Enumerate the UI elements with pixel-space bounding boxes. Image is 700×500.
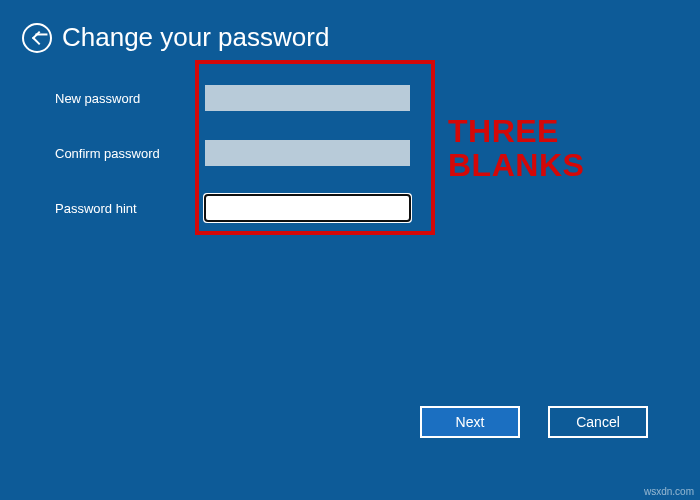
page-title: Change your password xyxy=(62,22,329,53)
password-hint-input[interactable] xyxy=(205,195,410,221)
watermark: wsxdn.com xyxy=(644,486,694,497)
header: Change your password xyxy=(22,22,329,53)
cancel-button[interactable]: Cancel xyxy=(548,406,648,438)
password-hint-row: Password hint xyxy=(55,195,410,221)
annotation-line-2: BLANKS xyxy=(448,149,584,183)
confirm-password-label: Confirm password xyxy=(55,146,205,161)
annotation-text: THREE BLANKS xyxy=(448,115,584,182)
confirm-password-input[interactable] xyxy=(205,140,410,166)
new-password-row: New password xyxy=(55,85,410,111)
password-hint-label: Password hint xyxy=(55,201,205,216)
next-button[interactable]: Next xyxy=(420,406,520,438)
confirm-password-row: Confirm password xyxy=(55,140,410,166)
footer-buttons: Next Cancel xyxy=(420,406,648,438)
annotation-line-1: THREE xyxy=(448,115,584,149)
new-password-label: New password xyxy=(55,91,205,106)
back-arrow-icon xyxy=(31,30,45,44)
change-password-screen: { "header": { "title": "Change your pass… xyxy=(0,0,700,500)
back-button[interactable] xyxy=(22,23,52,53)
new-password-input[interactable] xyxy=(205,85,410,111)
